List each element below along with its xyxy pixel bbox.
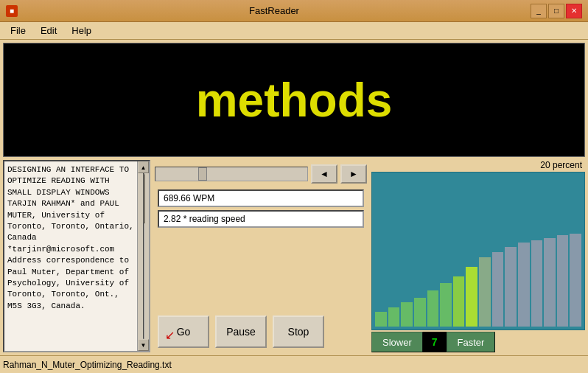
chart-bar bbox=[505, 247, 517, 327]
text-content: DESIGNING AN INTERFACE TO OPTIMIZE READI… bbox=[4, 161, 137, 351]
prev-button[interactable]: ◄ bbox=[311, 164, 337, 184]
go-arrow-icon: ↙ bbox=[165, 328, 175, 342]
text-panel: DESIGNING AN INTERFACE TO OPTIMIZE READI… bbox=[3, 160, 150, 352]
action-buttons: Go ↙ Pause Stop bbox=[155, 313, 367, 351]
chart-bar bbox=[492, 252, 504, 327]
chart-bar bbox=[531, 240, 543, 327]
minimize-button[interactable]: _ bbox=[531, 4, 547, 18]
current-word: methods bbox=[196, 73, 393, 128]
go-button[interactable]: Go ↙ bbox=[158, 316, 209, 348]
window-title: FastReader bbox=[18, 5, 531, 16]
chart-panel: 20 percent Slower 7 Faster bbox=[371, 160, 585, 352]
go-label: Go bbox=[177, 326, 191, 338]
scrollbar-up-button[interactable]: ▲ bbox=[138, 161, 149, 173]
chart-bar bbox=[453, 276, 465, 327]
reading-display: methods bbox=[3, 43, 585, 157]
chart-bar bbox=[479, 257, 491, 327]
menu-help[interactable]: Help bbox=[64, 24, 99, 38]
chart-bar bbox=[388, 307, 400, 327]
chart-bar bbox=[414, 298, 426, 327]
chart-header: 20 percent bbox=[371, 160, 585, 170]
menu-edit[interactable]: Edit bbox=[33, 24, 64, 38]
chart-bar bbox=[466, 267, 477, 327]
pause-button[interactable]: Pause bbox=[215, 316, 267, 348]
speed-controls: Slower 7 Faster bbox=[371, 332, 585, 352]
speed-value: 7 bbox=[423, 332, 447, 352]
maximize-button[interactable]: □ bbox=[548, 4, 564, 18]
menu-bar: File Edit Help bbox=[0, 22, 588, 40]
slider-area: ◄ ► bbox=[155, 161, 367, 186]
close-button[interactable]: ✕ bbox=[566, 4, 582, 18]
chart-bar bbox=[375, 312, 387, 327]
slower-button[interactable]: Slower bbox=[371, 332, 423, 352]
next-button[interactable]: ► bbox=[340, 164, 367, 184]
chart-area bbox=[371, 172, 585, 330]
controls-panel: ◄ ► 689.66 WPM 2.82 * reading speed Go ↙… bbox=[153, 160, 368, 352]
app-icon: ■ bbox=[6, 5, 18, 17]
main-content: methods DESIGNING AN INTERFACE TO OPTIMI… bbox=[0, 40, 588, 355]
percent-label: 20 percent bbox=[540, 160, 585, 170]
info-fields: 689.66 WPM 2.82 * reading speed bbox=[155, 189, 367, 228]
chart-bar bbox=[544, 238, 556, 327]
window-controls: _ □ ✕ bbox=[531, 4, 582, 18]
faster-button[interactable]: Faster bbox=[447, 332, 496, 352]
text-scrollbar[interactable]: ▲ ▼ bbox=[137, 161, 149, 351]
stop-button[interactable]: Stop bbox=[273, 316, 324, 348]
speed-mult-field: 2.82 * reading speed bbox=[158, 210, 364, 228]
position-slider[interactable] bbox=[155, 167, 308, 181]
lower-section: DESIGNING AN INTERFACE TO OPTIMIZE READI… bbox=[3, 160, 585, 352]
status-bar: Rahman_N_Muter_Optimizing_Reading.txt bbox=[0, 355, 588, 373]
chart-bar bbox=[518, 243, 530, 327]
filename-label: Rahman_N_Muter_Optimizing_Reading.txt bbox=[3, 360, 172, 370]
menu-file[interactable]: File bbox=[3, 24, 33, 38]
scrollbar-track[interactable] bbox=[143, 173, 144, 339]
chart-bar bbox=[440, 283, 452, 327]
chart-bar bbox=[570, 234, 581, 327]
scrollbar-thumb[interactable] bbox=[144, 174, 145, 223]
chart-bar bbox=[401, 302, 413, 327]
chart-bar bbox=[427, 290, 439, 327]
wpm-field: 689.66 WPM bbox=[158, 189, 364, 207]
chart-bar bbox=[557, 235, 569, 327]
title-bar: ■ FastReader _ □ ✕ bbox=[0, 0, 588, 22]
scrollbar-down-button[interactable]: ▼ bbox=[138, 339, 149, 351]
